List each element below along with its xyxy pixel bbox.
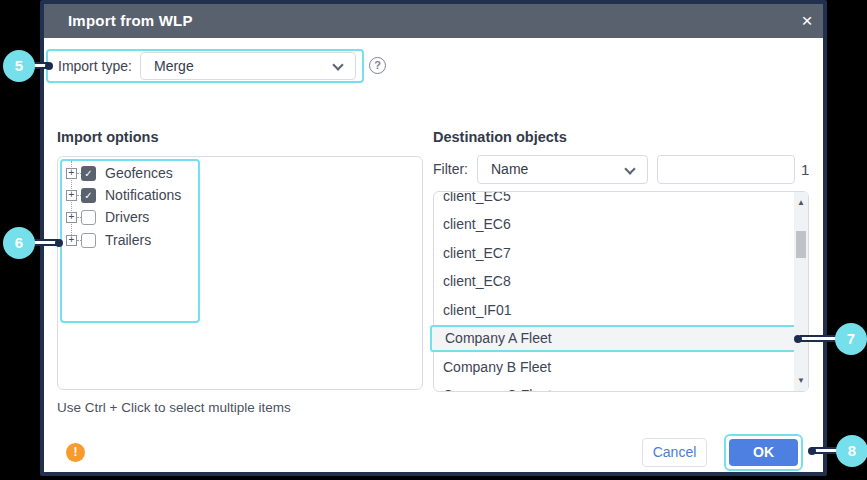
filter-label: Filter: xyxy=(433,155,468,184)
tree-item-label: Geofences xyxy=(105,165,173,181)
expand-icon[interactable]: + xyxy=(66,168,77,179)
expand-icon[interactable]: + xyxy=(66,235,77,246)
checkbox-unchecked[interactable] xyxy=(81,210,96,225)
checkbox-checked[interactable]: ✓ xyxy=(81,166,96,181)
import-type-value: Merge xyxy=(154,53,194,79)
callout-7: 7 xyxy=(835,323,867,355)
destination-list-viewport: client_EC5 client_EC6 client_EC7 client_… xyxy=(434,192,808,391)
tree-item-label: Drivers xyxy=(105,209,149,225)
list-item[interactable]: Company B Fleet xyxy=(443,353,551,381)
callout-7-dot xyxy=(794,335,802,343)
dialog-title: Import from WLP xyxy=(68,4,193,38)
list-item[interactable]: client_EC8 xyxy=(443,267,511,295)
warning-icon: ! xyxy=(66,443,85,462)
result-count: 1 xyxy=(801,155,809,184)
chevron-down-icon xyxy=(624,163,635,174)
destination-objects-heading: Destination objects xyxy=(433,129,567,145)
tree-item-label: Notifications xyxy=(105,187,181,203)
expand-icon[interactable]: + xyxy=(66,190,77,201)
list-item[interactable]: client_EC6 xyxy=(443,210,511,238)
list-item-selected[interactable]: Company A Fleet xyxy=(430,325,806,352)
scroll-down-icon[interactable]: ▼ xyxy=(794,374,808,388)
chevron-down-icon xyxy=(332,59,343,70)
filter-input[interactable] xyxy=(657,155,795,184)
callout-8: 8 xyxy=(836,435,867,467)
ok-button[interactable]: OK xyxy=(729,439,798,466)
multi-select-hint: Use Ctrl + Click to select multiple item… xyxy=(57,400,291,415)
cancel-button[interactable]: Cancel xyxy=(642,438,707,467)
list-item[interactable]: client_EC5 xyxy=(443,192,511,210)
checkbox-unchecked[interactable] xyxy=(81,233,96,248)
filter-by-select[interactable]: Name xyxy=(477,155,648,184)
tree-item-drivers[interactable]: + Drivers xyxy=(66,206,149,228)
scrollbar-thumb[interactable] xyxy=(796,231,806,258)
import-type-select[interactable]: Merge xyxy=(140,52,356,80)
list-item[interactable]: client_EC7 xyxy=(443,239,511,267)
callout-5-dot xyxy=(45,62,53,70)
import-type-label: Import type: xyxy=(58,49,132,83)
callout-6-dot xyxy=(55,239,63,247)
checkbox-checked[interactable]: ✓ xyxy=(81,188,96,203)
callout-8-dot xyxy=(808,447,816,455)
list-item-label: Company A Fleet xyxy=(445,327,552,350)
tree-item-notifications[interactable]: + ✓ Notifications xyxy=(66,184,181,206)
screen: Import from WLP × Import type: Merge ? I… xyxy=(0,0,867,480)
import-options-heading: Import options xyxy=(57,129,159,145)
scrollbar[interactable] xyxy=(794,192,808,391)
expand-icon[interactable]: + xyxy=(66,212,77,223)
close-icon[interactable]: × xyxy=(793,4,821,38)
callout-5: 5 xyxy=(3,50,35,82)
tree-item-geofences[interactable]: + ✓ Geofences xyxy=(66,162,173,184)
filter-by-value: Name xyxy=(491,156,528,183)
tree-item-trailers[interactable]: + Trailers xyxy=(66,229,151,251)
tree-item-label: Trailers xyxy=(105,232,151,248)
scroll-up-icon[interactable]: ▲ xyxy=(794,196,808,210)
list-item[interactable]: Company C Fleet xyxy=(443,381,552,391)
callout-7-connector xyxy=(800,335,836,342)
help-icon[interactable]: ? xyxy=(369,57,386,74)
callout-6: 6 xyxy=(3,227,35,259)
list-item[interactable]: client_IF01 xyxy=(443,296,511,324)
